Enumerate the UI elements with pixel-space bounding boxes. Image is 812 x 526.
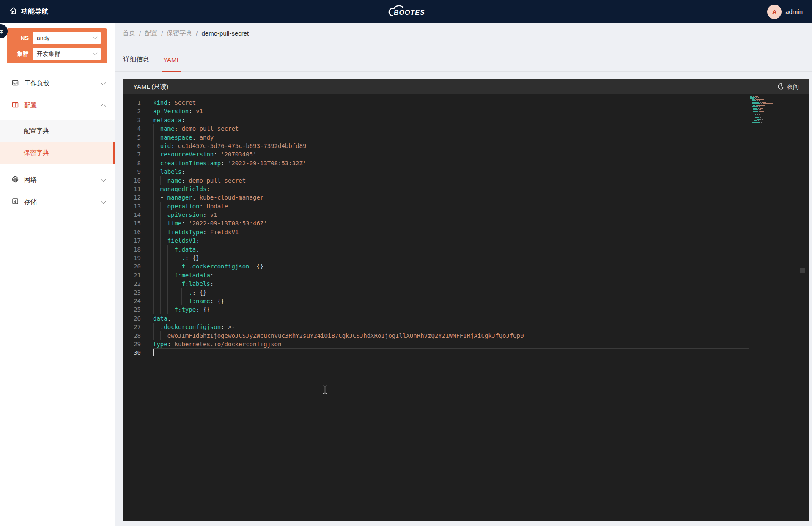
top-header: 功能导航 BOOTES A admin — [0, 0, 812, 23]
chevron-down-icon — [93, 50, 97, 55]
breadcrumb-current: demo-pull-secret — [202, 30, 249, 37]
sidebar-item-workload[interactable]: 工作负载 — [0, 75, 115, 92]
code-line: 30 — [123, 348, 809, 357]
code-line: 27.dockerconfigjson: >- — [123, 323, 809, 331]
editor-header: YAML (只读) 夜间 — [123, 79, 809, 94]
code-line: 9labels: — [123, 167, 809, 176]
code-line: 10name: demo-pull-secret — [123, 176, 809, 185]
code-line: 25f:type: {} — [123, 305, 809, 314]
code-lines: 1kind: Secret2apiVersion: v13metadata:4n… — [123, 99, 809, 357]
code-line: 5namespace: andy — [123, 133, 809, 142]
scrollbar-marker[interactable] — [800, 268, 805, 273]
code-line: 26data: — [123, 314, 809, 323]
code-line: 14apiVersion: v1 — [123, 211, 809, 219]
brand-logo: BOOTES — [384, 3, 428, 21]
chevron-up-icon — [101, 104, 106, 109]
yaml-code-editor[interactable]: 1kind: Secret2apiVersion: v13metadata:4n… — [123, 94, 809, 521]
code-line: 21f:metadata: — [123, 271, 809, 279]
nav-home[interactable]: 功能导航 — [9, 7, 48, 16]
code-line: 17fieldsV1: — [123, 236, 809, 245]
code-line: 4name: demo-pull-secret — [123, 124, 809, 133]
editor-title: YAML (只读) — [133, 83, 168, 91]
network-globe-icon — [11, 175, 19, 184]
chevron-down-icon — [101, 198, 106, 204]
nav-home-label: 功能导航 — [21, 7, 48, 16]
sidebar-item-label: 工作负载 — [24, 79, 49, 88]
code-line: 19.: {} — [123, 254, 809, 262]
sidebar-item-label: 网络 — [24, 176, 37, 184]
code-line: 22f:labels: — [123, 279, 809, 288]
code-line: 24f:name: {} — [123, 297, 809, 305]
yaml-editor-panel: YAML (只读) 夜间 1kind: Secret2apiVersion: v… — [123, 79, 809, 521]
code-line: 23.: {} — [123, 288, 809, 297]
main-content: 首页 / 配置 / 保密字典 / demo-pull-secret 详细信息 Y… — [115, 23, 812, 526]
code-line: 29type: kubernetes.io/dockerconfigjson — [123, 340, 809, 348]
cluster-select-value: 开发集群 — [37, 50, 60, 58]
submenu-item-label: 配置字典 — [24, 127, 49, 135]
submenu-item-label: 保密字典 — [24, 149, 49, 157]
breadcrumb-config[interactable]: 配置 — [145, 29, 157, 37]
breadcrumb-separator: / — [161, 30, 163, 37]
sidebar-item-configmap[interactable]: 配置字典 — [0, 120, 115, 142]
avatar: A — [767, 5, 782, 19]
breadcrumb-secret[interactable]: 保密字典 — [167, 29, 192, 37]
breadcrumb-separator: / — [196, 30, 198, 37]
code-line: 2apiVersion: v1 — [123, 107, 809, 115]
workload-icon — [11, 79, 19, 88]
breadcrumb: 首页 / 配置 / 保密字典 / demo-pull-secret — [115, 23, 812, 43]
text-cursor-pointer — [322, 385, 328, 396]
sidebar-item-label: 配置 — [24, 101, 37, 110]
home-icon — [9, 7, 17, 16]
brand-logo-text: BOOTES — [394, 9, 425, 16]
storage-icon — [11, 197, 19, 206]
config-book-icon — [11, 101, 19, 110]
sidebar-item-secret[interactable]: 保密字典 — [0, 142, 115, 164]
sidebar-item-config[interactable]: 配置 — [0, 97, 115, 114]
code-line: 20f:.dockerconfigjson: {} — [123, 262, 809, 271]
namespace-select[interactable]: andy — [33, 32, 101, 44]
context-filter-panel: NS andy 集群 开发集群 — [7, 28, 107, 63]
tab-yaml[interactable]: YAML — [162, 56, 181, 71]
night-mode-toggle[interactable]: 夜间 — [777, 83, 799, 91]
namespace-label: NS — [11, 35, 29, 41]
code-line: 28ewoJImF1dGhzIjogewoJCSJyZWcucnVuc3RhY2… — [123, 331, 809, 340]
namespace-select-value: andy — [37, 35, 49, 41]
namespace-filter-row: NS andy — [11, 32, 101, 44]
code-line: 8creationTimestamp: '2022-09-13T08:53:32… — [123, 159, 809, 167]
cluster-select[interactable]: 开发集群 — [33, 48, 101, 60]
user-name: admin — [785, 8, 803, 15]
breadcrumb-separator: / — [139, 30, 141, 37]
moon-icon — [777, 83, 784, 91]
tab-details[interactable]: 详细信息 — [123, 55, 150, 71]
code-line: 15time: '2022-09-13T08:53:46Z' — [123, 219, 809, 227]
sidebar-menu: 工作负载 配置 配置字典 保密字典 — [0, 70, 115, 210]
chevron-down-icon — [93, 34, 97, 39]
cluster-label: 集群 — [11, 50, 29, 58]
code-line: 18f:data: — [123, 245, 809, 254]
breadcrumb-home[interactable]: 首页 — [123, 29, 135, 37]
tab-bar: 详细信息 YAML — [115, 43, 812, 72]
code-line: 12- manager: kube-cloud-manager — [123, 193, 809, 202]
sidebar: ⇆ NS andy 集群 开发集群 工作负载 — [0, 23, 115, 526]
code-line: 7resourceVersion: '20703405' — [123, 150, 809, 159]
code-line: 13operation: Update — [123, 202, 809, 211]
code-line: 3metadata: — [123, 116, 809, 124]
code-line: 1kind: Secret — [123, 99, 809, 107]
sidebar-item-network[interactable]: 网络 — [0, 171, 115, 188]
sidebar-item-label: 存储 — [24, 198, 37, 206]
chevron-down-icon — [101, 176, 106, 182]
cluster-filter-row: 集群 开发集群 — [11, 48, 101, 60]
minimap[interactable] — [750, 96, 798, 126]
sidebar-item-storage[interactable]: 存储 — [0, 193, 115, 210]
night-mode-label: 夜间 — [787, 83, 799, 91]
code-line: 11managedFields: — [123, 185, 809, 193]
swap-arrows-icon: ⇆ — [0, 28, 3, 35]
code-line: 6uid: ec1d457e-5d76-475c-b693-7392d4bbfd… — [123, 142, 809, 150]
user-menu[interactable]: A admin — [767, 5, 803, 19]
code-line: 16fieldsType: FieldsV1 — [123, 228, 809, 236]
chevron-down-icon — [101, 80, 106, 85]
